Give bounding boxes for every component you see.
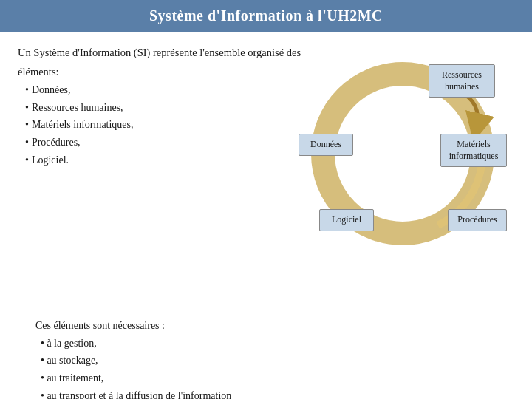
box-donnees: Données [299, 134, 353, 156]
ces-elements-section: Ces éléments sont nécessaires : • à la g… [35, 317, 497, 399]
main-content: Un Système d'Information (SI) représente… [0, 32, 532, 399]
ces-elements-title: Ces éléments sont nécessaires : [35, 320, 165, 331]
header-title: Système d'Information à l'UH2MC [149, 7, 383, 24]
diagram-area: Ressources humaines Données Matériels in… [288, 54, 517, 253]
ces-item-1: • au stockage, [35, 355, 98, 366]
lower-section: Ces éléments sont nécessaires : • à la g… [18, 317, 514, 399]
ces-item-2: • au traitement, [35, 372, 103, 383]
box-procedures: Procédures [448, 209, 507, 231]
page-header: Système d'Information à l'UH2MC [0, 0, 532, 32]
box-materiels-informatiques: Matériels informatiques [440, 134, 507, 167]
box-ressources-humaines: Ressources humaines [429, 64, 495, 98]
box-logiciel: Logiciel [319, 209, 374, 231]
ces-item-0: • à la gestion, [35, 338, 97, 349]
ces-item-3: • au transport et à la diffusion de l'in… [35, 390, 231, 399]
